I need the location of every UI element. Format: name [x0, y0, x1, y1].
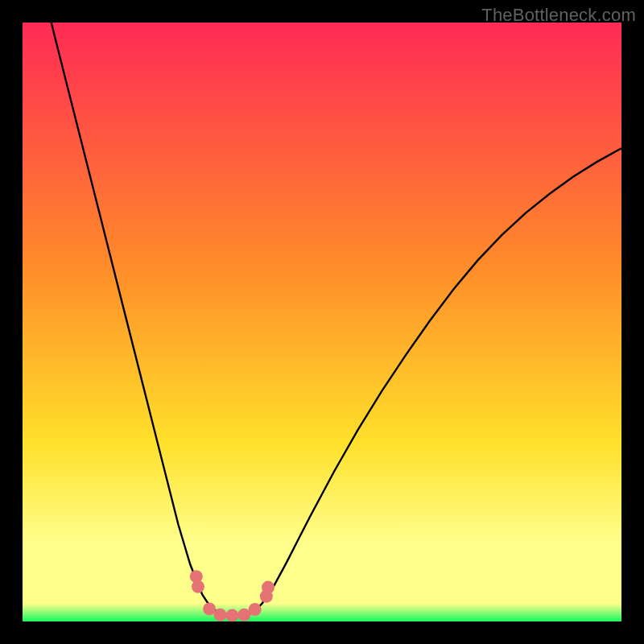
- curve-marker: [262, 581, 275, 594]
- curve-marker: [203, 602, 216, 615]
- curve-marker: [192, 580, 204, 593]
- curve-marker: [225, 609, 238, 621]
- watermark-text: TheBottleneck.com: [481, 5, 636, 26]
- curve-marker: [249, 603, 262, 616]
- curve-marker: [214, 609, 227, 621]
- gradient-background: [23, 23, 621, 621]
- chart-plot-area: [23, 23, 621, 621]
- bottleneck-chart: [23, 23, 621, 621]
